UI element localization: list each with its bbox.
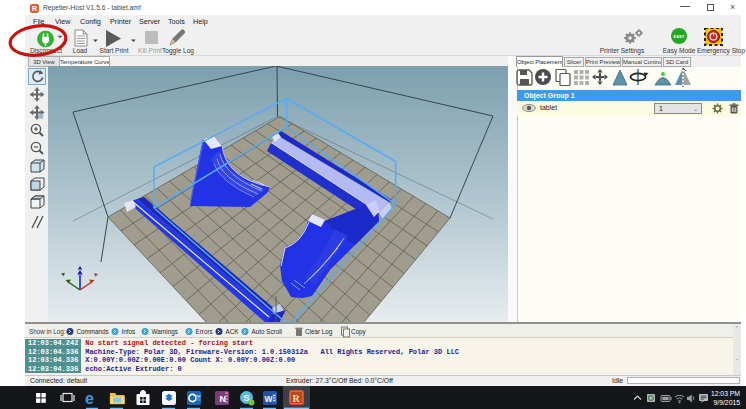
- svg-text:Infos: Infos: [122, 328, 136, 335]
- svg-text:S: S: [243, 392, 249, 403]
- svg-text:e: e: [85, 390, 94, 407]
- svg-text:Warnings: Warnings: [152, 328, 178, 336]
- svg-text:12:03 PM: 12:03 PM: [711, 390, 740, 397]
- svg-text:Copy: Copy: [351, 328, 367, 336]
- svg-text:Clear Log: Clear Log: [305, 328, 333, 336]
- svg-text:EASY: EASY: [674, 34, 685, 39]
- svg-text:W: W: [265, 394, 274, 404]
- svg-text:Auto Scroll: Auto Scroll: [252, 328, 282, 335]
- svg-text:R: R: [293, 393, 301, 404]
- svg-text:Commands: Commands: [77, 328, 109, 335]
- svg-text:Errors: Errors: [196, 328, 213, 335]
- svg-text:ACK: ACK: [226, 328, 240, 335]
- svg-text:9/9/2015: 9/9/2015: [714, 399, 741, 406]
